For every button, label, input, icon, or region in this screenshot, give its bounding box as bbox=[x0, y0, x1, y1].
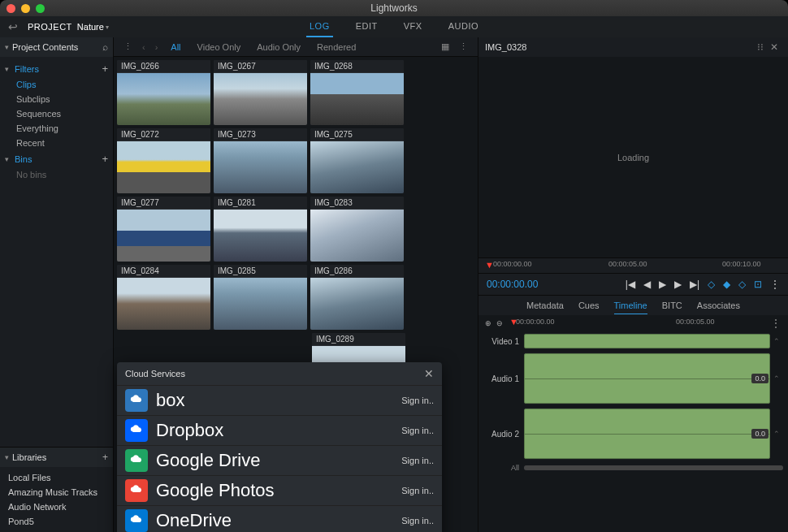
cloud-signin-button[interactable]: Sign in.. bbox=[401, 516, 434, 526]
bins-group[interactable]: ▾ Bins + bbox=[0, 150, 113, 167]
library-pond5[interactable]: Pond5 bbox=[0, 514, 113, 529]
chevron-down-icon: ▾ bbox=[5, 155, 11, 163]
search-icon[interactable]: ⌕ bbox=[102, 41, 108, 53]
mode-log[interactable]: LOG bbox=[306, 16, 333, 37]
play-button[interactable]: ▶ bbox=[659, 279, 666, 290]
filter-rendered[interactable]: Rendered bbox=[310, 42, 362, 52]
tab-metadata[interactable]: Metadata bbox=[526, 297, 564, 314]
tab-timeline[interactable]: Timeline bbox=[614, 297, 647, 314]
clip-thumbnail[interactable]: IMG_0286 bbox=[310, 265, 404, 330]
viewer-panel: IMG_0328 ⁝⁝ ✕ Loading ▼ 00:00:00.00 00:0… bbox=[478, 37, 788, 532]
close-icon[interactable]: ✕ bbox=[424, 367, 434, 380]
cloud-signin-button[interactable]: Sign in.. bbox=[401, 426, 434, 435]
project-label: PROJECT bbox=[28, 22, 72, 32]
transport-more-icon[interactable]: ⋮ bbox=[770, 279, 780, 290]
cloud-service-name: Dropbox bbox=[156, 420, 393, 441]
clip-thumbnail[interactable]: IMG_0267 bbox=[214, 60, 307, 125]
clip-name: IMG_0285 bbox=[214, 265, 307, 277]
cloud-signin-button[interactable]: Sign in.. bbox=[401, 486, 434, 495]
clip-name: IMG_0284 bbox=[117, 265, 210, 277]
viewer-close-icon[interactable]: ✕ bbox=[767, 41, 782, 53]
audio-clip[interactable] bbox=[524, 353, 770, 404]
viewer-menu-icon[interactable]: ⁝⁝ bbox=[754, 41, 767, 53]
chevron-down-icon[interactable]: ▾ bbox=[5, 453, 9, 461]
cloud-service-name: box bbox=[156, 390, 393, 411]
filter-subclips[interactable]: Subclips bbox=[0, 92, 113, 106]
mark-cue-button[interactable]: ◆ bbox=[723, 279, 730, 290]
library-local-files[interactable]: Local Files bbox=[0, 470, 113, 485]
clip-thumbnail[interactable]: IMG_0273 bbox=[214, 128, 307, 193]
chevron-down-icon[interactable]: ▾ bbox=[5, 43, 9, 51]
prev-frame-button[interactable]: |◀ bbox=[626, 279, 635, 290]
next-frame-button[interactable]: ▶| bbox=[690, 279, 699, 290]
viewer-ruler[interactable]: ▼ 00:00:00.00 00:00:05.00 00:00:10.00 bbox=[478, 258, 788, 273]
filter-audio-only[interactable]: Audio Only bbox=[250, 42, 307, 52]
filter-all[interactable]: All bbox=[164, 42, 187, 52]
zoom-out-icon[interactable]: ⊖ bbox=[496, 319, 503, 327]
clip-thumbnail[interactable]: IMG_0281 bbox=[214, 197, 307, 262]
step-back-button[interactable]: ◀ bbox=[643, 279, 651, 290]
nav-fwd-icon[interactable]: › bbox=[152, 42, 162, 52]
mode-audio[interactable]: AUDIO bbox=[445, 16, 482, 37]
library-audio-network[interactable]: Audio Network bbox=[0, 500, 113, 514]
mode-vfx[interactable]: VFX bbox=[400, 16, 426, 37]
panel-menu-icon[interactable]: ⋮ bbox=[120, 41, 136, 52]
clip-name: IMG_0275 bbox=[310, 128, 404, 141]
track-audio-1[interactable]: Audio 1 0.0 ⌃ bbox=[478, 351, 788, 406]
panel-more-icon[interactable]: ⋮ bbox=[456, 41, 471, 52]
cloud-signin-button[interactable]: Sign in.. bbox=[401, 456, 434, 465]
clear-marks-button[interactable]: ⊡ bbox=[754, 279, 762, 290]
audio-clip[interactable] bbox=[524, 409, 770, 459]
back-button[interactable]: ↩ bbox=[8, 20, 18, 33]
clip-thumbnail[interactable]: IMG_0272 bbox=[117, 128, 210, 193]
clip-thumbnail[interactable]: IMG_0266 bbox=[117, 60, 210, 125]
track-video-1[interactable]: Video 1 ⌃ bbox=[478, 331, 788, 351]
add-bin-icon[interactable]: + bbox=[102, 153, 108, 165]
video-viewer[interactable]: Loading bbox=[478, 57, 788, 258]
clip-thumbnail[interactable]: IMG_0285 bbox=[214, 265, 307, 330]
view-grid-icon[interactable]: ▦ bbox=[438, 41, 452, 52]
mark-out-button[interactable]: ◇ bbox=[738, 279, 746, 290]
track-audio-2[interactable]: Audio 2 0.0 ⌃ bbox=[478, 406, 788, 461]
filter-sequences[interactable]: Sequences bbox=[0, 106, 113, 121]
project-tree: ▾ Filters + Clips Subclips Sequences Eve… bbox=[0, 57, 113, 447]
cloud-service-icon bbox=[125, 479, 148, 502]
step-fwd-button[interactable]: ▶ bbox=[674, 279, 682, 290]
add-filter-icon[interactable]: + bbox=[102, 63, 108, 75]
track-collapse-icon[interactable]: ⌃ bbox=[770, 337, 783, 345]
timeline-more-icon[interactable]: ⋮ bbox=[770, 317, 782, 330]
filter-clips[interactable]: Clips bbox=[0, 77, 113, 92]
window-title: Lightworks bbox=[0, 2, 788, 14]
clip-image bbox=[117, 278, 210, 330]
clip-thumbnail[interactable]: IMG_0283 bbox=[310, 197, 404, 262]
clip-thumbnail[interactable]: IMG_0284 bbox=[117, 265, 210, 330]
cloud-service-name: OneDrive bbox=[156, 510, 393, 531]
mode-edit[interactable]: EDIT bbox=[353, 16, 381, 37]
filter-recent[interactable]: Recent bbox=[0, 136, 113, 150]
library-amazing-music[interactable]: Amazing Music Tracks bbox=[0, 485, 113, 500]
timecode-display[interactable]: 00:00:00.00 bbox=[487, 279, 617, 290]
clip-thumbnail[interactable]: IMG_0275 bbox=[310, 128, 404, 193]
nav-back-icon[interactable]: ‹ bbox=[139, 42, 149, 52]
filters-group[interactable]: ▾ Filters + bbox=[0, 60, 113, 77]
clip-name: IMG_0283 bbox=[310, 197, 404, 209]
tab-cues[interactable]: Cues bbox=[578, 297, 600, 314]
mark-in-button[interactable]: ◇ bbox=[708, 279, 715, 290]
project-dropdown-icon[interactable]: ▾ bbox=[106, 24, 109, 31]
filter-everything[interactable]: Everything bbox=[0, 121, 113, 136]
tab-associates[interactable]: Associates bbox=[697, 297, 740, 314]
track-collapse-icon[interactable]: ⌃ bbox=[770, 430, 783, 438]
add-library-icon[interactable]: + bbox=[102, 452, 108, 463]
video-clip[interactable] bbox=[524, 334, 770, 348]
timeline-scrollbar[interactable] bbox=[524, 465, 783, 470]
cloud-signin-button[interactable]: Sign in.. bbox=[401, 396, 434, 405]
clip-thumbnail[interactable]: IMG_0268 bbox=[310, 60, 404, 125]
filter-video-only[interactable]: Video Only bbox=[191, 42, 248, 52]
clip-image bbox=[214, 210, 307, 262]
tab-bitc[interactable]: BITC bbox=[662, 297, 682, 314]
zoom-in-icon[interactable]: ⊕ bbox=[485, 319, 491, 327]
project-name[interactable]: Nature bbox=[77, 22, 104, 32]
clip-thumbnail[interactable]: IMG_0277 bbox=[117, 197, 210, 262]
track-collapse-icon[interactable]: ⌃ bbox=[770, 374, 783, 383]
timeline-ruler[interactable]: ▼ 00:00:00.00 00:00:05.00 bbox=[509, 315, 770, 331]
